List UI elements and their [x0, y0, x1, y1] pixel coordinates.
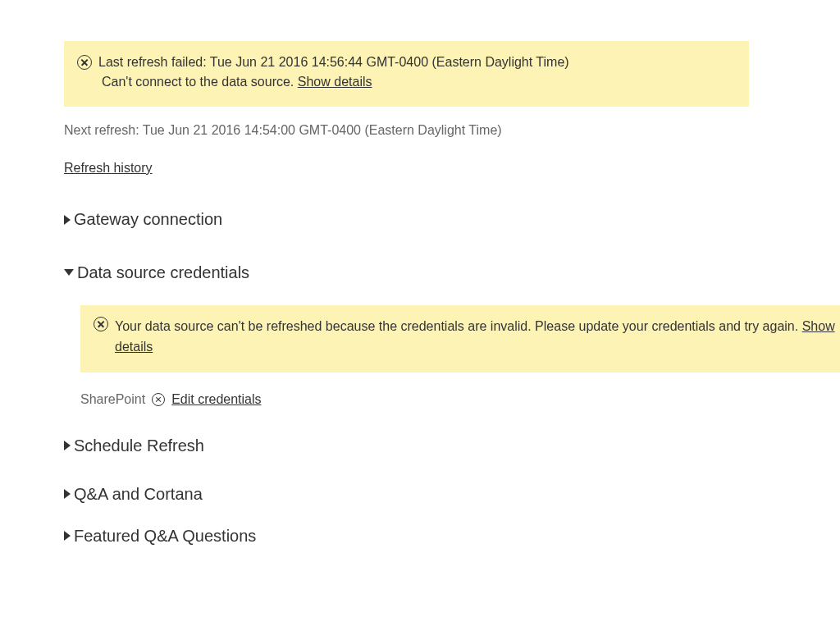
- data-source-row: SharePoint Edit credentials: [80, 392, 840, 407]
- section-data-source-credentials[interactable]: Data source credentials: [64, 263, 840, 282]
- show-details-link[interactable]: Show details: [298, 75, 372, 89]
- refresh-history-link[interactable]: Refresh history: [64, 161, 153, 176]
- chevron-right-icon: [64, 531, 71, 541]
- next-refresh-text: Next refresh: Tue Jun 21 2016 14:54:00 G…: [64, 123, 840, 138]
- section-schedule-refresh[interactable]: Schedule Refresh: [64, 436, 840, 455]
- refresh-failed-text: Last refresh failed: Tue Jun 21 2016 14:…: [98, 53, 569, 72]
- error-icon: [77, 55, 92, 70]
- section-label: Q&A and Cortana: [74, 485, 203, 504]
- refresh-failed-detail: Can't connect to the data source.: [102, 75, 298, 89]
- section-gateway-connection[interactable]: Gateway connection: [64, 210, 840, 229]
- chevron-down-icon: [64, 269, 74, 276]
- section-label: Schedule Refresh: [74, 436, 204, 455]
- chevron-right-icon: [64, 215, 71, 225]
- section-qa-cortana[interactable]: Q&A and Cortana: [64, 485, 840, 504]
- data-source-name: SharePoint: [80, 392, 145, 407]
- section-label: Data source credentials: [77, 263, 249, 282]
- error-icon: [94, 317, 108, 331]
- chevron-right-icon: [64, 441, 71, 450]
- refresh-failed-banner: Last refresh failed: Tue Jun 21 2016 14:…: [64, 41, 749, 107]
- section-featured-qa[interactable]: Featured Q&A Questions: [64, 527, 840, 546]
- section-label: Gateway connection: [74, 210, 222, 229]
- error-icon: [152, 393, 165, 406]
- credentials-invalid-text: Your data source can't be refreshed beca…: [115, 319, 802, 333]
- credentials-invalid-banner: Your data source can't be refreshed beca…: [80, 305, 840, 372]
- edit-credentials-link[interactable]: Edit credentials: [171, 392, 261, 407]
- chevron-right-icon: [64, 489, 71, 499]
- section-label: Featured Q&A Questions: [74, 527, 256, 546]
